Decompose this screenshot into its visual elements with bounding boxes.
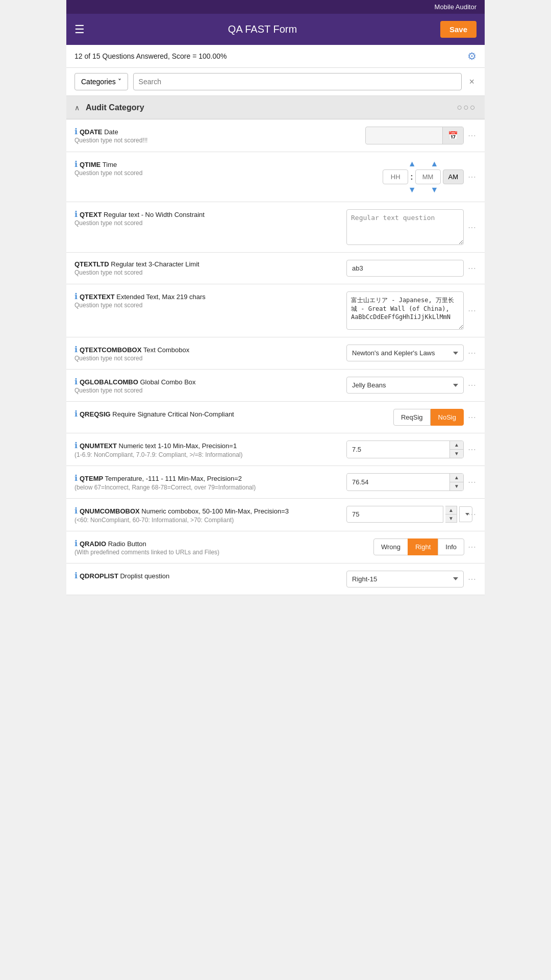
text-combo-select[interactable]: Newton's and Kepler's Laws xyxy=(346,345,464,361)
numeric-input-wrap: ▲▼ xyxy=(346,440,464,458)
numcombo-up-button[interactable]: ▲ xyxy=(445,506,457,514)
question-row: ℹQTEXTCOMBOBOX Text ComboboxQuestion typ… xyxy=(66,337,485,370)
info-icon[interactable]: ℹ xyxy=(74,345,78,354)
info-icon[interactable]: ℹ xyxy=(74,210,78,218)
category-collapse-icon[interactable]: ∧ xyxy=(74,104,80,112)
nosig-button[interactable]: NoSig xyxy=(431,409,464,426)
question-sub-label: Question type not scored xyxy=(74,269,341,276)
question-sub-label: Question type not scored xyxy=(74,169,378,177)
question-dots-menu[interactable]: ⋯ xyxy=(468,542,477,552)
text-input[interactable] xyxy=(346,260,464,277)
radio-button-wrong[interactable]: Wrong xyxy=(373,538,408,555)
question-control-area: 📅⋯ xyxy=(365,127,477,144)
text-area-input[interactable]: Regular text question xyxy=(346,209,464,245)
info-icon[interactable]: ℹ xyxy=(74,127,78,136)
global-combo-select[interactable]: Jelly Beans xyxy=(346,377,464,394)
info-icon[interactable]: ℹ xyxy=(74,377,78,386)
question-control-area: Regular text question⋯ xyxy=(346,209,477,245)
filter-bar: Categories ˅ × xyxy=(66,68,485,96)
question-sub-label: (below 67=Incorrect, Range 68-78=Correct… xyxy=(74,484,341,491)
question-dots-menu[interactable]: ⋯ xyxy=(468,445,477,454)
info-icon[interactable]: ℹ xyxy=(74,539,78,548)
radio-button-right[interactable]: Right xyxy=(408,538,438,555)
question-control-area: Right-15⋯ xyxy=(346,571,477,587)
reqsig-button[interactable]: ReqSig xyxy=(393,409,431,426)
categories-button[interactable]: Categories ˅ xyxy=(74,73,128,90)
spin-up-button[interactable]: ▲ xyxy=(450,441,463,450)
search-input[interactable] xyxy=(133,73,462,90)
droplist-select[interactable]: Right-15 xyxy=(346,571,464,587)
info-icon[interactable]: ℹ xyxy=(74,441,78,450)
time-separator: : xyxy=(410,173,413,182)
info-icon[interactable]: ℹ xyxy=(74,409,78,418)
top-bar-label: Mobile Auditor xyxy=(435,3,477,11)
question-control-area: Jelly Beans⋯ xyxy=(346,377,477,394)
question-dots-menu[interactable]: ⋯ xyxy=(468,306,477,315)
date-input[interactable] xyxy=(366,128,442,143)
hour-up-button[interactable]: ▲ xyxy=(406,159,418,168)
question-sub-label: (1-6.9: NonCompliant, 7.0-7.9: Compliant… xyxy=(74,451,341,458)
menu-icon[interactable]: ☰ xyxy=(74,23,85,36)
question-row: ℹQNUMTEXT Numeric text 1-10 Min-Max, Pre… xyxy=(66,433,485,466)
info-icon[interactable]: ℹ xyxy=(74,474,78,482)
info-icon[interactable]: ℹ xyxy=(74,571,78,580)
min-down-button[interactable]: ▼ xyxy=(429,185,441,194)
question-control-area: ▲▼⋯ xyxy=(346,440,477,458)
question-dots-menu[interactable]: ⋯ xyxy=(468,412,477,422)
question-dots-menu[interactable]: ⋯ xyxy=(468,509,477,519)
spin-down-button[interactable]: ▼ xyxy=(450,482,463,491)
question-label: QNUMTEXT Numeric text 1-10 Min-Max, Prec… xyxy=(80,442,237,450)
question-sub-label: Question type not scored xyxy=(74,355,341,362)
hour-input[interactable] xyxy=(383,169,408,184)
question-control-area: ▲▼⋯ xyxy=(346,473,477,491)
save-button[interactable]: Save xyxy=(440,21,477,38)
question-row: ℹQTEXTEXT Extended Text, Max 219 charsQu… xyxy=(66,284,485,337)
numcombo-down-button[interactable]: ▼ xyxy=(445,514,457,522)
question-control-area: ⋯ xyxy=(346,260,477,277)
question-dots-menu[interactable]: ⋯ xyxy=(468,574,477,584)
question-dots-menu[interactable]: ⋯ xyxy=(468,380,477,390)
calendar-icon[interactable]: 📅 xyxy=(442,127,463,144)
question-label: QTEMP Temperature, -111 - 111 Min-Max, P… xyxy=(80,475,242,482)
info-icon[interactable]: ℹ xyxy=(74,160,78,168)
question-dots-menu[interactable]: ⋯ xyxy=(468,172,477,182)
time-fields-row: :AM xyxy=(383,169,464,184)
question-control-area: WrongRightInfo⋯ xyxy=(373,538,477,555)
question-dots-menu[interactable]: ⋯ xyxy=(468,477,477,487)
question-sub-label: Question type not scored xyxy=(74,219,341,227)
question-sub-label: Question type not scored!!! xyxy=(74,137,360,144)
minute-input[interactable] xyxy=(415,169,441,184)
question-row: ℹQTEXT Regular text - No Width Constrain… xyxy=(66,202,485,253)
info-icon[interactable]: ℹ xyxy=(74,506,78,515)
search-clear-button[interactable]: × xyxy=(467,77,477,87)
question-label: QTEXTLTD Regular text 3-Character Limit xyxy=(74,260,199,268)
question-dots-menu[interactable]: ⋯ xyxy=(468,348,477,358)
category-title: Audit Category xyxy=(86,103,144,112)
question-dots-menu[interactable]: ⋯ xyxy=(468,131,477,140)
category-dots-menu[interactable]: ○○○ xyxy=(457,102,477,113)
numeric-input[interactable] xyxy=(347,442,449,457)
numeric-input[interactable] xyxy=(347,474,449,490)
ext-text-area[interactable]: 富士山エリア - Japanese, 万里长城 - Great Wall (of… xyxy=(346,291,464,330)
min-up-button[interactable]: ▲ xyxy=(429,159,441,168)
ampm-button[interactable]: AM xyxy=(443,169,464,184)
question-row: ℹQRADIO Radio Button(With predefined com… xyxy=(66,531,485,564)
question-control-area: ▲▲:AM▼▼⋯ xyxy=(383,159,477,194)
question-dots-menu[interactable]: ⋯ xyxy=(468,223,477,232)
question-dots-menu[interactable]: ⋯ xyxy=(468,263,477,273)
spin-down-button[interactable]: ▼ xyxy=(450,450,463,458)
radio-button-info[interactable]: Info xyxy=(438,538,464,555)
score-bar: 12 of 15 Questions Answered, Score = 100… xyxy=(66,45,485,68)
question-control-area: 富士山エリア - Japanese, 万里长城 - Great Wall (of… xyxy=(346,291,477,330)
question-label: QTEXTCOMBOBOX Text Combobox xyxy=(80,346,189,354)
questions-container: ℹQDATE DateQuestion type not scored!!!📅⋯… xyxy=(66,119,485,595)
gear-icon[interactable]: ⚙ xyxy=(467,50,477,62)
spin-up-button[interactable]: ▲ xyxy=(450,474,463,482)
question-sub-label: (With predefined comments linked to URLs… xyxy=(74,549,368,556)
question-label: QTIME Time xyxy=(80,161,117,168)
hour-down-button[interactable]: ▼ xyxy=(406,185,418,194)
question-sub-label: Question type not scored xyxy=(74,387,341,394)
question-label: QNUMCOMBOBOX Numeric combobox, 50-100 Mi… xyxy=(80,507,289,515)
numeric-combo-input[interactable] xyxy=(346,506,443,523)
info-icon[interactable]: ℹ xyxy=(74,292,78,301)
